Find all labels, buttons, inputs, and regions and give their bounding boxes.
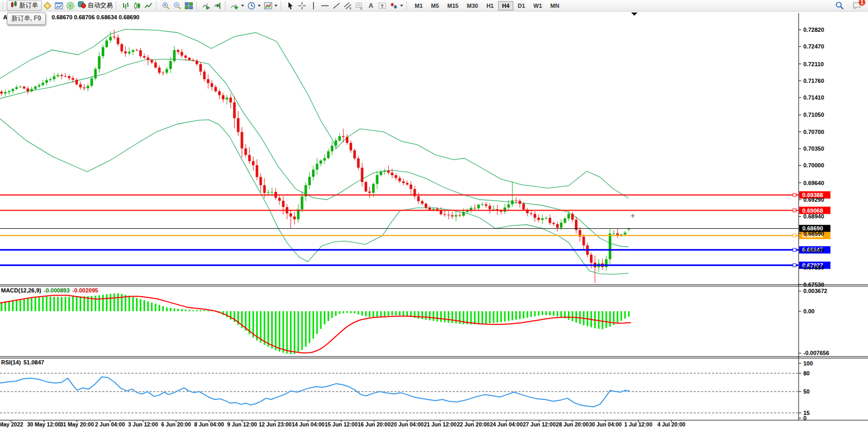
- svg-text:0.69290: 0.69290: [803, 197, 824, 203]
- svg-text:6 Jun 20:00: 6 Jun 20:00: [161, 421, 191, 427]
- gold-diamond-button[interactable]: [42, 1, 53, 11]
- svg-text:9 Jun 12:00: 9 Jun 12:00: [227, 421, 257, 427]
- line-chart-type-button[interactable]: [143, 1, 154, 11]
- chevron-down-icon: [274, 5, 278, 7]
- notification-badge: 1: [859, 0, 865, 6]
- text-tool-label: A: [369, 2, 373, 9]
- svg-text:15 Jun 12:00: 15 Jun 12:00: [324, 421, 357, 427]
- svg-text:30 Jun 04:00: 30 Jun 04:00: [589, 421, 622, 427]
- tile-windows-button[interactable]: [183, 1, 195, 11]
- rsi-indicator-header: RSI(14)51.0847: [1, 359, 47, 365]
- svg-text:8 Jun 04:00: 8 Jun 04:00: [194, 421, 224, 427]
- svg-text:27 Jun 12:00: 27 Jun 12:00: [523, 421, 556, 427]
- horizontal-line-tool-button[interactable]: [319, 1, 331, 11]
- tab-timeframe-m5[interactable]: M5: [427, 1, 442, 10]
- svg-text:May 2022: May 2022: [0, 421, 23, 427]
- vertical-line-tool-button[interactable]: [308, 1, 319, 11]
- auto-trading-label: 自动交易: [88, 1, 113, 10]
- chart-area[interactable]: 0.693880.690680.686900.685460.682470.679…: [0, 0, 868, 428]
- svg-text:0.70000: 0.70000: [803, 162, 824, 168]
- svg-text:100: 100: [803, 360, 813, 366]
- search-button[interactable]: [834, 1, 846, 11]
- svg-text:20 Jun 04:00: 20 Jun 04:00: [391, 421, 424, 427]
- svg-text:0.72110: 0.72110: [803, 61, 824, 67]
- svg-text:0.67880: 0.67880: [803, 264, 824, 271]
- svg-text:16 Jun 20:00: 16 Jun 20:00: [358, 421, 391, 427]
- macd-signal-value: -0.002095: [73, 287, 99, 294]
- svg-text:-0.007656: -0.007656: [803, 350, 829, 356]
- templates-button[interactable]: [262, 1, 279, 11]
- indicators-button[interactable]: [229, 1, 246, 11]
- svg-text:14 Jun 04:00: 14 Jun 04:00: [292, 421, 324, 427]
- tab-timeframe-mn[interactable]: MN: [547, 1, 563, 10]
- bar-chart-type-button[interactable]: [120, 1, 131, 11]
- cursor-tool-button[interactable]: [285, 1, 296, 11]
- text-tool-button[interactable]: A: [365, 1, 377, 11]
- svg-text:F: F: [360, 7, 363, 10]
- auto-trading-button[interactable]: 自动交易: [76, 1, 114, 11]
- trendline-tool-button[interactable]: [331, 1, 342, 11]
- svg-text:0.70700: 0.70700: [803, 129, 824, 135]
- toolbar-grip: [116, 2, 118, 10]
- signal-button[interactable]: [65, 1, 76, 11]
- svg-text:12 Jun 23:00: 12 Jun 23:00: [259, 421, 292, 427]
- svg-text:0.68590: 0.68590: [803, 230, 824, 237]
- svg-text:80: 80: [803, 370, 810, 376]
- tab-timeframe-h1[interactable]: H1: [483, 1, 497, 10]
- auto-trading-icon: [78, 1, 86, 11]
- tab-timeframe-m1[interactable]: M1: [411, 1, 426, 10]
- svg-text:0.00: 0.00: [803, 308, 814, 314]
- main-toolbar: 新订单 自动交易: [0, 0, 868, 11]
- notifications-button[interactable]: 1: [851, 1, 863, 11]
- macd-indicator-header: MACD(12,26,9)-0.000893-0.002095: [1, 287, 101, 294]
- svg-text:4 Jul 20:00: 4 Jul 20:00: [657, 421, 685, 427]
- new-order-label: 新订单: [19, 1, 38, 10]
- toolbar-grip: [406, 2, 409, 10]
- rsi-value: 51.0847: [23, 359, 44, 365]
- toolbar-grip: [281, 2, 283, 10]
- equidistant-channel-tool-button[interactable]: E: [342, 1, 354, 11]
- periods-button[interactable]: [246, 1, 262, 11]
- macd-label: MACD(12,26,9): [1, 287, 41, 294]
- toolbar-grip: [3, 2, 5, 10]
- chevron-down-icon: [241, 5, 244, 7]
- candlestick-chart-type-button[interactable]: [131, 1, 143, 11]
- svg-text:0.67530: 0.67530: [803, 282, 824, 288]
- tab-timeframe-h4[interactable]: H4: [498, 1, 513, 10]
- fibonacci-tool-button[interactable]: F: [354, 1, 365, 11]
- macd-main-value: -0.000893: [44, 287, 70, 294]
- svg-text:0.72820: 0.72820: [803, 27, 824, 33]
- toolbar-grip: [225, 2, 227, 10]
- ohlc-info-line: 0.68670 0.68706 0.68634 0.68690: [52, 14, 139, 20]
- svg-text:2 Jun 04:00: 2 Jun 04:00: [95, 421, 125, 427]
- svg-text:1 Jul 12:00: 1 Jul 12:00: [624, 421, 653, 427]
- new-order-button[interactable]: 新订单: [7, 1, 42, 11]
- svg-text:0.69640: 0.69640: [803, 180, 824, 186]
- tab-timeframe-w1[interactable]: W1: [530, 1, 546, 10]
- market-window-button[interactable]: [53, 1, 65, 11]
- svg-text:E: E: [349, 7, 352, 10]
- svg-text:T: T: [381, 3, 384, 8]
- tab-timeframe-m15[interactable]: M15: [444, 1, 462, 10]
- zoom-in-button[interactable]: [160, 1, 172, 11]
- svg-text:31 May 20:00: 31 May 20:00: [60, 421, 94, 427]
- tab-timeframe-m30[interactable]: M30: [463, 1, 481, 10]
- svg-text:0.003672: 0.003672: [803, 288, 827, 294]
- svg-text:0.68940: 0.68940: [803, 213, 824, 219]
- svg-text:3 Jun 12:00: 3 Jun 12:00: [128, 421, 158, 427]
- chart-canvas[interactable]: 0.693880.690680.686900.685460.682470.679…: [0, 0, 868, 428]
- svg-text:0.71760: 0.71760: [803, 78, 824, 84]
- chart-shift-button[interactable]: [212, 1, 223, 11]
- crosshair-tool-button[interactable]: [296, 1, 308, 11]
- arrows-tool-button[interactable]: [388, 1, 405, 11]
- text-label-tool-button[interactable]: T: [377, 1, 388, 11]
- svg-text:24 Jun 04:00: 24 Jun 04:00: [490, 421, 523, 427]
- toolbar-grip: [156, 2, 159, 10]
- auto-scroll-button[interactable]: [200, 1, 212, 11]
- svg-text:0.71050: 0.71050: [803, 112, 824, 118]
- tab-timeframe-d1[interactable]: D1: [514, 1, 529, 10]
- svg-text:0.71410: 0.71410: [803, 94, 824, 101]
- zoom-out-button[interactable]: [172, 1, 183, 11]
- svg-text:50: 50: [803, 388, 810, 395]
- new-order-tooltip: 新订单, F9: [7, 13, 46, 25]
